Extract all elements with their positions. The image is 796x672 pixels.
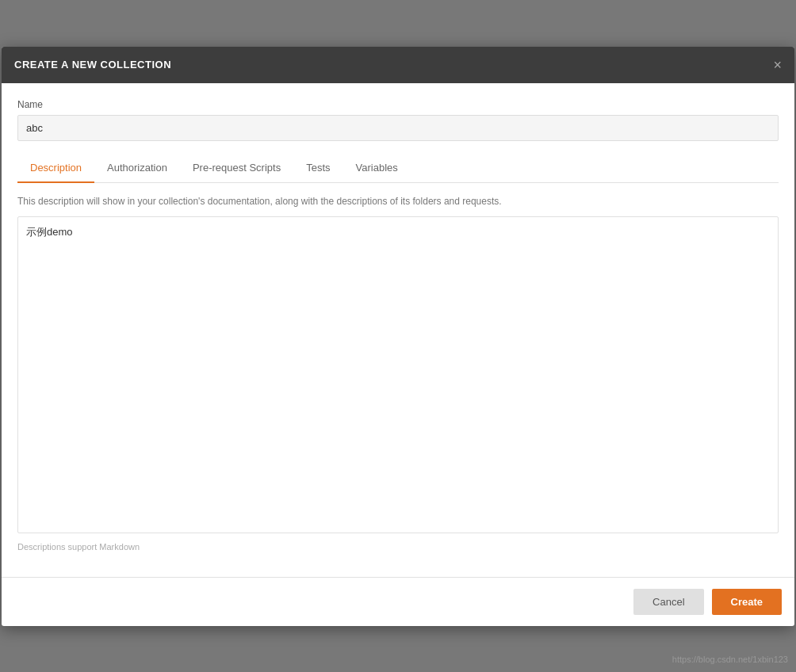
modal-overlay: CREATE A NEW COLLECTION × Name Descripti…	[0, 0, 796, 672]
modal-title: CREATE A NEW COLLECTION	[14, 59, 171, 71]
description-textarea[interactable]: 示例demo	[17, 216, 779, 533]
close-button[interactable]: ×	[773, 58, 782, 72]
tab-tests[interactable]: Tests	[293, 154, 343, 183]
tabs-container: Description Authorization Pre-request Sc…	[17, 154, 779, 183]
modal-body: Name Description Authorization Pre-reque…	[2, 83, 794, 577]
create-collection-modal: CREATE A NEW COLLECTION × Name Descripti…	[2, 47, 794, 626]
modal-header: CREATE A NEW COLLECTION ×	[2, 47, 794, 83]
markdown-note: Descriptions support Markdown	[17, 542, 779, 564]
tab-description[interactable]: Description	[17, 154, 94, 183]
tab-pre-request-scripts[interactable]: Pre-request Scripts	[180, 154, 293, 183]
name-input[interactable]	[17, 115, 779, 141]
name-label: Name	[17, 99, 779, 110]
modal-footer: Cancel Create	[2, 577, 794, 626]
tab-authorization[interactable]: Authorization	[94, 154, 180, 183]
description-hint: This description will show in your colle…	[17, 196, 779, 207]
tab-content-description: This description will show in your colle…	[17, 183, 779, 577]
watermark: https://blog.csdn.net/1xbin123	[672, 655, 788, 664]
tab-variables[interactable]: Variables	[343, 154, 411, 183]
cancel-button[interactable]: Cancel	[633, 589, 703, 615]
create-button[interactable]: Create	[712, 589, 782, 615]
